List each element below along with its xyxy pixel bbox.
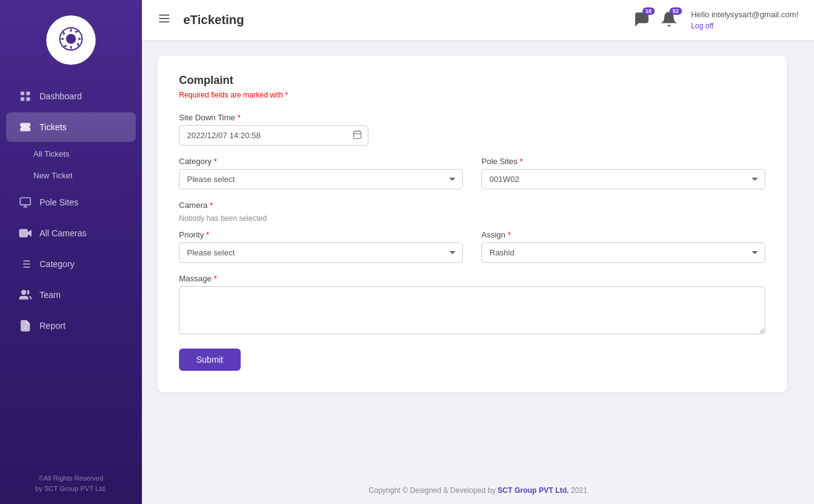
dashboard-icon	[19, 89, 32, 103]
svg-rect-10	[20, 229, 27, 237]
pole-sites-group: Pole Sites * 001W02	[481, 157, 765, 189]
form-row-site-down-time: Site Down Time *	[179, 113, 765, 146]
topbar-icons: 18 52 Hello intelysysart@gmail.com! Log …	[634, 9, 799, 32]
sidebar-footer: ©All Rights Reserved by SCT Group PVT Lt…	[23, 464, 119, 504]
page-body: Complaint Required fields are marked wit…	[142, 40, 814, 477]
footer-line1: ©All Rights Reserved	[35, 473, 107, 484]
sidebar-item-pole-sites-label: Pole Sites	[39, 197, 78, 207]
assign-label: Assign *	[481, 230, 765, 239]
tickets-submenu: All Tickets New Ticket	[0, 143, 142, 186]
svg-rect-5	[21, 97, 25, 101]
site-down-time-label: Site Down Time *	[179, 113, 368, 122]
cameras-icon	[19, 226, 32, 240]
footer-line2: by SCT Group PVT Ltd.	[35, 484, 107, 495]
svg-rect-3	[21, 92, 25, 96]
sidebar-item-all-tickets[interactable]: All Tickets	[0, 143, 142, 165]
sidebar-item-all-cameras-label: All Cameras	[39, 228, 86, 238]
site-down-time-group: Site Down Time *	[179, 113, 368, 146]
notifications-badge: 52	[670, 7, 682, 15]
svg-point-17	[22, 291, 26, 295]
date-input-wrap	[179, 125, 368, 146]
sidebar-item-dashboard[interactable]: Dashboard	[6, 81, 136, 111]
team-icon	[19, 288, 32, 302]
pole-sites-label: Pole Sites *	[481, 157, 765, 166]
message-textarea[interactable]	[179, 286, 765, 334]
new-ticket-label: New Ticket	[33, 171, 73, 180]
logo-icon: QSC	[59, 27, 83, 54]
message-label: Massage *	[179, 274, 765, 283]
sidebar-item-category-label: Category	[39, 259, 75, 269]
all-tickets-label: All Tickets	[33, 149, 70, 159]
page-footer: Copyright © Designed & Developed by SCT …	[142, 477, 814, 504]
submit-row: Submit	[179, 345, 765, 371]
tickets-icon	[19, 120, 32, 134]
user-hello: Hello intelysysart@gmail.com!	[691, 9, 799, 21]
topbar: eTicketing 18 52 Hello intelysysart@gmai…	[142, 0, 814, 40]
required-note: Required fields are marked with *	[179, 91, 765, 99]
camera-group: Camera * Nobody has been selected	[179, 200, 368, 223]
card-title: Complaint	[179, 74, 765, 87]
category-label: Category *	[179, 157, 463, 166]
form-row-camera: Camera * Nobody has been selected	[179, 200, 765, 223]
priority-label: Priority *	[179, 230, 463, 239]
sidebar-item-tickets[interactable]: Tickets	[6, 112, 136, 142]
report-icon	[19, 319, 32, 333]
user-info: Hello intelysysart@gmail.com! Log off	[691, 9, 799, 32]
main-content: eTicketing 18 52 Hello intelysysart@gmai…	[142, 0, 814, 504]
camera-note: Nobody has been selected	[179, 214, 368, 223]
sidebar-logo: QSC	[43, 12, 99, 68]
svg-rect-7	[20, 198, 31, 205]
messages-badge: 18	[642, 7, 655, 15]
notifications-button[interactable]: 52	[661, 11, 677, 30]
footer-company[interactable]: SCT Group PVT Ltd.	[497, 486, 568, 495]
page-title: eTicketing	[183, 13, 625, 27]
svg-rect-4	[27, 92, 30, 96]
category-select[interactable]: Please select	[179, 169, 463, 189]
hamburger-button[interactable]	[157, 12, 171, 28]
form-row-message: Massage *	[179, 274, 765, 334]
sidebar-item-team[interactable]: Team	[6, 280, 136, 310]
sidebar: QSC Dashboard Tickets All Tickets	[0, 0, 142, 504]
sidebar-item-tickets-label: Tickets	[39, 122, 67, 132]
sidebar-navigation: Dashboard Tickets All Tickets New Ticket…	[0, 74, 142, 464]
logout-link[interactable]: Log off	[691, 20, 799, 31]
priority-group: Priority * Please select	[179, 230, 463, 263]
pole-sites-select[interactable]: 001W02	[481, 169, 765, 189]
sidebar-item-report[interactable]: Report	[6, 311, 136, 341]
site-down-time-input[interactable]	[179, 125, 368, 146]
messages-button[interactable]: 18	[634, 11, 650, 30]
sidebar-item-dashboard-label: Dashboard	[39, 91, 82, 101]
assign-select[interactable]: Rashid	[481, 242, 765, 263]
sidebar-item-report-label: Report	[39, 321, 65, 331]
complaint-card: Complaint Required fields are marked wit…	[157, 56, 787, 392]
sidebar-item-all-cameras[interactable]: All Cameras	[6, 218, 136, 248]
assign-group: Assign * Rashid	[481, 230, 765, 263]
footer-text: Copyright © Designed & Developed by	[368, 486, 497, 495]
priority-select[interactable]: Please select	[179, 242, 463, 263]
sidebar-item-pole-sites[interactable]: Pole Sites	[6, 188, 136, 217]
sidebar-item-category[interactable]: Category	[6, 249, 136, 279]
category-icon	[19, 257, 32, 271]
submit-button[interactable]: Submit	[179, 349, 241, 371]
pole-sites-icon	[19, 196, 32, 209]
camera-label: Camera *	[179, 200, 368, 210]
svg-rect-6	[27, 97, 30, 101]
footer-year: 2021	[569, 486, 588, 495]
sidebar-item-team-label: Team	[39, 290, 60, 300]
form-row-category-polesites: Category * Please select Pole Sites * 00…	[179, 157, 765, 189]
message-group: Massage *	[179, 274, 765, 334]
form-row-priority-assign: Priority * Please select Assign * Rashid	[179, 230, 765, 263]
category-group: Category * Please select	[179, 157, 463, 189]
sidebar-item-new-ticket[interactable]: New Ticket	[0, 165, 142, 186]
svg-text:QSC: QSC	[66, 38, 75, 43]
